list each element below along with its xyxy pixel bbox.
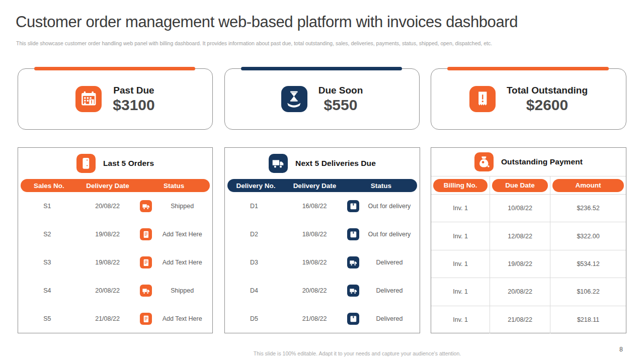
table-row: D1 16/08/22 Out for delivery xyxy=(225,192,420,220)
due-date: 12/08/22 xyxy=(490,222,550,249)
due-date: 21/08/22 xyxy=(490,306,550,333)
panel-last-5-orders: Last 5 Orders Sales No. Delivery Date St… xyxy=(18,147,213,333)
delivery-truck-icon xyxy=(269,154,288,173)
card-accent-bar xyxy=(34,67,195,70)
amount: $322.00 xyxy=(550,222,626,249)
page-title: Customer order management web-based plat… xyxy=(16,13,629,31)
kpi-card-due-soon: Due Soon $550 xyxy=(224,68,420,130)
kpi-label: Total Outstanding xyxy=(507,85,588,96)
kpi-label: Past Due xyxy=(113,85,154,96)
kpi-value: $3100 xyxy=(113,97,154,114)
billing-no: Inv. 1 xyxy=(431,306,490,333)
sales-no: S2 xyxy=(18,231,76,238)
delivery-date: 21/08/22 xyxy=(283,315,346,322)
kpi-card-past-due: Past Due $3100 xyxy=(18,68,213,130)
table-row: S4 20/08/22 Shipped xyxy=(18,277,212,305)
column-header: Billing No. xyxy=(433,179,488,192)
calendar-alert-icon xyxy=(75,86,102,112)
table-row: D5 21/08/22 Delivered xyxy=(225,305,420,333)
slide: Customer order management web-based plat… xyxy=(0,0,644,362)
package-box-icon xyxy=(347,228,359,240)
panel-title: Last 5 Orders xyxy=(103,159,154,168)
truck-icon xyxy=(347,285,359,297)
page-number: 8 xyxy=(619,346,623,353)
delivery-date: 18/08/22 xyxy=(283,231,346,238)
kpi-card-total-outstanding: Total Outstanding $2600 xyxy=(431,68,626,130)
page-subtitle: This slide showcase customer order handl… xyxy=(16,40,620,46)
delivery-no: D5 xyxy=(225,315,283,322)
billing-no: Inv. 1 xyxy=(431,250,490,278)
delivery-no: D2 xyxy=(225,231,283,238)
sales-no: S3 xyxy=(18,259,76,266)
panel-title: Outstanding Payment xyxy=(501,157,583,166)
status-label: Add Text Here xyxy=(152,315,212,322)
table-row: D4 20/08/22 Delivered xyxy=(225,277,420,305)
column-header: Delivery Date xyxy=(77,182,138,190)
truck-icon xyxy=(140,200,152,212)
delivery-no: D1 xyxy=(225,203,283,210)
panel-next-5-deliveries: Next 5 Deliveries Due Delivery No. Deliv… xyxy=(224,147,420,333)
due-date: 19/08/22 xyxy=(490,250,550,278)
column-header: Due Date xyxy=(492,179,548,192)
table-row: S2 19/08/22 Add Text Here xyxy=(18,220,212,248)
status-label: Add Text Here xyxy=(152,259,212,266)
delivery-no: D3 xyxy=(225,259,283,266)
billing-no: Inv. 1 xyxy=(431,194,490,222)
footer-note: This slide is 100% editable. Adapt it to… xyxy=(70,350,644,356)
column-header: Status xyxy=(138,182,210,190)
kpi-label: Due Soon xyxy=(318,85,363,96)
due-date: 10/08/22 xyxy=(490,194,550,222)
billing-no: Inv. 1 xyxy=(431,278,490,305)
delivery-date: 21/08/22 xyxy=(76,315,139,322)
delivery-date: 19/08/22 xyxy=(76,259,139,266)
delivery-date: 20/08/22 xyxy=(76,287,139,294)
document-icon xyxy=(140,228,152,240)
amount: $218.11 xyxy=(550,306,626,333)
document-icon xyxy=(140,256,152,268)
panel-title: Next 5 Deliveries Due xyxy=(295,159,376,168)
truck-icon xyxy=(347,256,359,268)
card-accent-bar xyxy=(241,67,402,70)
delivery-date: 20/08/22 xyxy=(283,287,346,294)
due-date: 20/08/22 xyxy=(490,278,550,305)
status-label: Delivered xyxy=(359,315,420,322)
column-header-bar: Delivery No. Delivery Date Status xyxy=(227,179,417,192)
table-row: S1 20/08/22 Shipped xyxy=(18,192,212,220)
package-box-icon xyxy=(347,313,359,325)
delivery-date: 19/08/22 xyxy=(283,259,346,266)
column-header: Delivery No. xyxy=(227,182,284,190)
status-label: Shipped xyxy=(152,287,212,294)
table-row: D2 18/08/22 Out for delivery xyxy=(225,220,420,248)
kpi-value: $2600 xyxy=(507,97,588,114)
table-row: S3 19/08/22 Add Text Here xyxy=(18,248,212,277)
hourglass-hand-icon xyxy=(281,86,307,112)
card-accent-bar xyxy=(447,67,609,70)
status-label: Delivered xyxy=(359,287,420,294)
table-row: D3 19/08/22 Delivered xyxy=(225,248,420,277)
amount: $534.12 xyxy=(550,250,626,278)
column-header-bar: Sales No. Delivery Date Status xyxy=(21,179,210,192)
delivery-date: 20/08/22 xyxy=(76,203,139,210)
column-header: Amount xyxy=(552,179,624,192)
amount: $236.52 xyxy=(550,194,626,222)
package-box-icon xyxy=(347,200,359,212)
column-header: Sales No. xyxy=(21,182,77,190)
status-label: Out for delivery xyxy=(359,203,420,210)
amount: $106.22 xyxy=(550,278,626,305)
receipt-alert-icon xyxy=(469,86,496,112)
status-label: Add Text Here xyxy=(152,231,212,238)
truck-icon xyxy=(140,285,152,297)
column-header: Status xyxy=(345,182,417,190)
money-bag-icon xyxy=(474,152,494,171)
delivery-no: D4 xyxy=(225,287,283,294)
status-label: Delivered xyxy=(359,259,420,266)
sales-no: S5 xyxy=(18,315,76,322)
status-label: Out for delivery xyxy=(359,231,420,238)
column-header: Delivery Date xyxy=(284,182,345,190)
billing-no: Inv. 1 xyxy=(431,222,490,249)
delivery-date: 19/08/22 xyxy=(76,231,139,238)
kpi-value: $550 xyxy=(318,97,363,114)
document-icon xyxy=(140,313,152,325)
status-label: Shipped xyxy=(152,203,212,210)
delivery-date: 16/08/22 xyxy=(283,203,346,210)
